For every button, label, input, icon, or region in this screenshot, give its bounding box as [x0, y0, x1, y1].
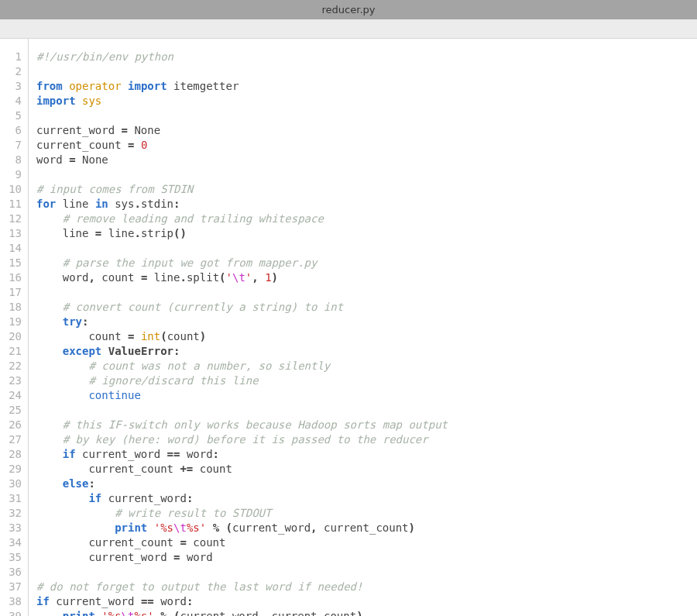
line-number: 39 — [0, 609, 28, 616]
code-line[interactable]: count = int(count) — [36, 329, 697, 344]
code-line[interactable]: current_count += count — [36, 462, 697, 477]
code-line[interactable]: #!/usr/bin/env python — [36, 50, 697, 64]
line-number: 7 — [0, 138, 28, 153]
code-line[interactable]: word = None — [36, 153, 697, 167]
line-number: 33 — [0, 521, 28, 535]
line-number: 23 — [0, 373, 28, 388]
line-number: 36 — [0, 565, 28, 580]
code-line[interactable]: # by key (here: word) before it is passe… — [36, 432, 697, 447]
code-line[interactable]: # remove leading and trailing whitespace — [36, 212, 697, 226]
line-number: 11 — [0, 197, 28, 212]
code-line[interactable] — [36, 64, 697, 79]
line-number: 19 — [0, 315, 28, 329]
code-line[interactable]: current_count = 0 — [36, 138, 697, 153]
code-line[interactable]: from operator import itemgetter — [36, 79, 697, 94]
code-line[interactable]: # input comes from STDIN — [36, 182, 697, 197]
line-number: 38 — [0, 594, 28, 609]
line-number: 4 — [0, 94, 28, 108]
code-line[interactable] — [36, 241, 697, 256]
code-line[interactable] — [36, 108, 697, 123]
line-number: 17 — [0, 285, 28, 300]
code-line[interactable] — [36, 167, 697, 182]
line-number: 21 — [0, 344, 28, 359]
toolbar — [0, 19, 697, 39]
code-line[interactable]: # ignore/discard this line — [36, 373, 697, 388]
code-line[interactable]: print '%s\t%s' % (current_word, current_… — [36, 609, 697, 616]
code-line[interactable]: except ValueError: — [36, 344, 697, 359]
code-line[interactable]: # count was not a number, so silently — [36, 359, 697, 373]
line-number: 35 — [0, 550, 28, 565]
code-line[interactable]: # convert count (currently a string) to … — [36, 300, 697, 315]
line-number: 26 — [0, 418, 28, 432]
line-number: 25 — [0, 403, 28, 418]
code-line[interactable]: # this IF-switch only works because Hado… — [36, 418, 697, 432]
code-line[interactable]: current_word = word — [36, 550, 697, 565]
window-titlebar: reducer.py — [0, 0, 697, 19]
line-number: 8 — [0, 153, 28, 167]
line-number: 2 — [0, 64, 28, 79]
code-line[interactable]: print '%s\t%s' % (current_word, current_… — [36, 521, 697, 535]
code-line[interactable]: # do not forget to output the last word … — [36, 580, 697, 594]
line-number: 28 — [0, 447, 28, 462]
line-number: 10 — [0, 182, 28, 197]
code-line[interactable]: else: — [36, 477, 697, 491]
line-number: 32 — [0, 506, 28, 521]
code-line[interactable] — [36, 565, 697, 580]
code-line[interactable]: if current_word == word: — [36, 447, 697, 462]
line-number: 3 — [0, 79, 28, 94]
line-number: 18 — [0, 300, 28, 315]
code-line[interactable]: current_count = count — [36, 535, 697, 550]
line-number: 22 — [0, 359, 28, 373]
line-number: 31 — [0, 491, 28, 506]
line-number: 5 — [0, 108, 28, 123]
line-number: 12 — [0, 212, 28, 226]
line-number: 9 — [0, 167, 28, 182]
line-number-gutter: 1234567891011121314151617181920212223242… — [0, 39, 29, 616]
line-number: 29 — [0, 462, 28, 477]
editor-pane: 1234567891011121314151617181920212223242… — [0, 39, 697, 616]
line-number: 1 — [0, 50, 28, 64]
line-number: 24 — [0, 388, 28, 403]
code-line[interactable]: # write result to STDOUT — [36, 506, 697, 521]
code-line[interactable]: for line in sys.stdin: — [36, 197, 697, 212]
code-line[interactable]: if current_word == word: — [36, 594, 697, 609]
code-line[interactable] — [36, 285, 697, 300]
line-number: 14 — [0, 241, 28, 256]
code-area[interactable]: #!/usr/bin/env pythonfrom operator impor… — [29, 39, 697, 616]
line-number: 16 — [0, 270, 28, 285]
line-number: 30 — [0, 477, 28, 491]
code-line[interactable]: # parse the input we got from mapper.py — [36, 256, 697, 270]
code-line[interactable]: line = line.strip() — [36, 226, 697, 241]
code-line[interactable]: continue — [36, 388, 697, 403]
line-number: 6 — [0, 123, 28, 138]
line-number: 15 — [0, 256, 28, 270]
line-number: 20 — [0, 329, 28, 344]
window-title: reducer.py — [322, 4, 376, 15]
line-number: 13 — [0, 226, 28, 241]
line-number: 37 — [0, 580, 28, 594]
code-line[interactable]: try: — [36, 315, 697, 329]
code-line[interactable]: word, count = line.split('\t', 1) — [36, 270, 697, 285]
line-number: 27 — [0, 432, 28, 447]
line-number: 34 — [0, 535, 28, 550]
code-line[interactable]: if current_word: — [36, 491, 697, 506]
code-line[interactable]: current_word = None — [36, 123, 697, 138]
code-line[interactable]: import sys — [36, 94, 697, 108]
code-line[interactable] — [36, 403, 697, 418]
